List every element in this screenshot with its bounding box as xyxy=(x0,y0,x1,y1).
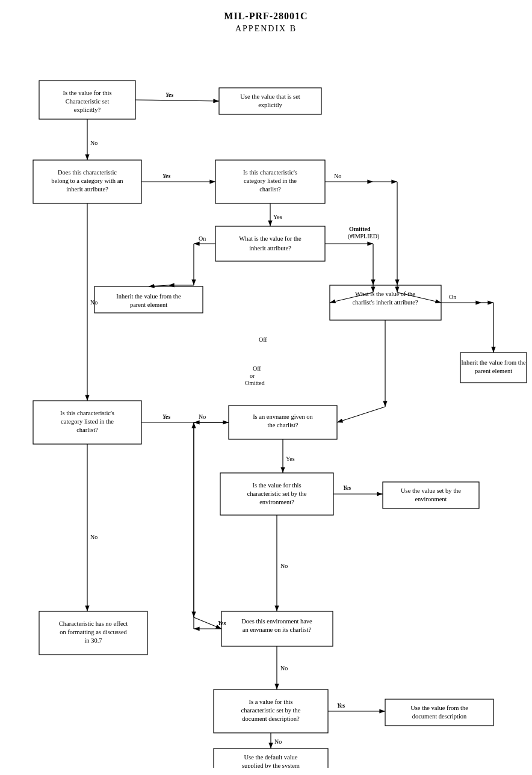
node-13-label2: an envname on its charlist? xyxy=(243,626,312,633)
node-12-label: Use the value set by the xyxy=(401,487,461,494)
page-title: MIL-PRF-28001C xyxy=(0,0,532,22)
label-no-n4: No xyxy=(334,173,341,179)
node-16 xyxy=(385,699,493,726)
arrow-n7-n10 xyxy=(337,407,385,422)
label-no-n1n3: No xyxy=(90,140,97,146)
node-3-label2: belong to a category with an xyxy=(51,178,123,184)
page-subtitle: APPENDIX B xyxy=(0,24,532,34)
node-1-label3: explicitly? xyxy=(74,107,101,113)
node-1-label2: Characteristic set xyxy=(66,98,110,105)
node-15-label: Is a value for this xyxy=(249,699,293,705)
node-11-label3: environment? xyxy=(259,499,294,505)
label-yes-n3n4: Yes xyxy=(162,173,170,179)
node-16-label: Use the value from the xyxy=(410,705,468,711)
label-yes-n11n12: Yes xyxy=(343,484,351,491)
node-4-label2: category listed in the xyxy=(244,178,297,184)
label-yes-n15n16: Yes xyxy=(337,702,345,709)
node-10-label2: the charlist? xyxy=(267,422,298,428)
node-10-label: Is an envname given on xyxy=(253,413,313,420)
label-yes-n9n10: Yes xyxy=(162,413,170,420)
label-no-n9: No xyxy=(90,534,97,540)
node-13-label: Does this environment have xyxy=(241,618,312,625)
arrow-n1-n2 xyxy=(135,100,219,101)
label-off-omit-3: Omitted xyxy=(245,380,265,386)
node-8-label2: parent element xyxy=(475,368,512,374)
label-yes-n13: Yes xyxy=(218,620,226,626)
node-9-label2: category listed in the xyxy=(61,418,114,425)
node-14-label3: in 30.7 xyxy=(84,637,102,644)
node-3-label3: inherit attribute? xyxy=(66,186,108,193)
node-5-label: What is the value for the xyxy=(239,235,302,242)
label-off-omit-1: Off xyxy=(253,365,261,372)
label-yes-n1n2: Yes xyxy=(165,91,173,98)
label-yes-n10n11: Yes xyxy=(286,455,295,462)
node-15-label2: characteristic set by the xyxy=(241,707,301,714)
node-4-label3: charlist? xyxy=(259,186,281,193)
node-5-label2: inherit attribute? xyxy=(249,245,291,252)
label-off-n7: Off xyxy=(259,336,267,343)
node-4-label: Is this characteristic's xyxy=(243,169,297,176)
node-2-label: Use the value that is set xyxy=(240,93,300,100)
node-17-label2: supplied by the system xyxy=(242,762,300,768)
node-17-label: Use the default value xyxy=(244,754,298,761)
node-11-label2: characteristic set by the xyxy=(247,490,307,497)
node-11-label: Is the value for this xyxy=(252,482,301,489)
node-14-label2: on formatting as discussed xyxy=(60,629,127,635)
label-no-n11: No xyxy=(280,563,288,569)
node-9-label: Is this characteristic's xyxy=(60,410,114,416)
label-yes-n4n5: Yes xyxy=(273,214,282,220)
node-5 xyxy=(215,226,325,261)
node-12-label2: environment xyxy=(415,496,447,502)
node-12 xyxy=(383,482,479,508)
node-1-label: Is the value for this xyxy=(63,90,111,96)
node-2 xyxy=(219,88,321,114)
node-7-label: What is the value of the xyxy=(355,291,415,297)
node-14-label: Characteristic has no effect xyxy=(59,620,128,627)
label-implied: (#IMPLIED) xyxy=(348,233,379,240)
node-6-label: Inherit the value from the xyxy=(116,293,181,300)
node-16-label2: document description xyxy=(412,713,467,720)
label-no-n10: No xyxy=(199,413,206,420)
node-7-label2: charlist's inherit attribute? xyxy=(352,299,418,306)
node-9-label3: charlist? xyxy=(76,427,98,433)
node-6-label2: parent element xyxy=(130,301,167,308)
label-on-n5n6: On xyxy=(199,235,206,242)
node-2-label2: explicitly xyxy=(258,102,282,108)
label-no-n15: No xyxy=(274,738,282,745)
label-no-n3n9: No xyxy=(90,299,97,306)
label-omitted-implied: Omitted xyxy=(349,226,371,232)
node-15-label3: document description? xyxy=(242,715,300,722)
label-no-n13: No xyxy=(280,665,288,672)
label-off-omit-2: or xyxy=(250,372,255,379)
label-on-n7: On xyxy=(449,294,456,300)
node-3-label: Does this characteristic xyxy=(58,169,117,176)
node-8-label: Inherit the value from the xyxy=(461,359,526,366)
